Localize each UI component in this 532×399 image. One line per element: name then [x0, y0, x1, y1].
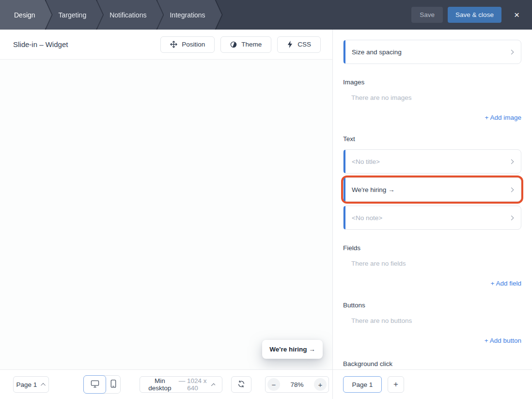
position-button-label: Position — [182, 41, 205, 48]
blue-accent-bar — [344, 206, 345, 229]
tab-notifications[interactable]: Notifications — [97, 0, 163, 30]
page-1-button[interactable]: Page 1 — [343, 376, 382, 393]
tab-targeting[interactable]: Targeting — [46, 0, 103, 30]
theme-button[interactable]: Theme — [220, 36, 271, 53]
widget-editor-app: Design Targeting Notifications Integrati… — [0, 0, 532, 399]
blue-accent-bar — [344, 178, 345, 201]
move-icon — [170, 41, 177, 48]
add-field-link[interactable]: + Add field — [343, 280, 521, 287]
close-icon[interactable]: × — [510, 8, 523, 21]
mobile-icon — [110, 380, 116, 389]
page-selector-dropdown[interactable]: Page 1 — [13, 376, 49, 393]
widget-preview-pill[interactable]: We're hiring → — [262, 340, 323, 359]
text-item-title-card[interactable]: <No title> — [343, 149, 521, 174]
bottom-toolbar: Page 1 — [0, 369, 532, 399]
chevron-right-icon — [509, 49, 514, 54]
css-button[interactable]: CSS — [277, 36, 321, 53]
navbar-actions: Save Save & close × — [411, 0, 532, 30]
zoom-out-button[interactable]: − — [267, 378, 280, 391]
text-item-label: <No note> — [352, 214, 382, 222]
viewport-dimensions: — 1024 x 640 — [178, 377, 208, 392]
panel-divider — [332, 30, 333, 399]
text-item-note-card[interactable]: <No note> — [343, 206, 521, 230]
settings-sidebar: Size and spacing Images There are no ima… — [333, 30, 532, 369]
fields-section-label: Fields — [343, 244, 521, 252]
rotate-icon — [237, 380, 245, 389]
tab-design[interactable]: Design — [0, 0, 52, 30]
blue-accent-bar — [344, 150, 345, 173]
lightning-icon — [287, 41, 293, 48]
chevron-right-icon — [509, 159, 514, 164]
caret-up-icon — [211, 383, 215, 387]
rotate-preview-button[interactable] — [231, 376, 251, 393]
text-section-label: Text — [343, 135, 521, 143]
text-section: Text <No title> We're hiring → <No note> — [343, 135, 521, 230]
add-image-link[interactable]: + Add image — [343, 114, 521, 121]
zoom-level: 78% — [290, 381, 303, 388]
viewport-name: Min desktop — [147, 377, 173, 392]
add-page-button[interactable]: + — [388, 376, 404, 393]
background-click-section: Background click Open URL – / × + Add ac… — [343, 360, 521, 369]
mobile-view-button[interactable] — [106, 376, 120, 393]
step-tabs: Design Targeting Notifications Integrati… — [0, 0, 411, 30]
canvas-header-actions: Position Theme — [160, 36, 321, 53]
zoom-in-button[interactable]: + — [314, 378, 327, 391]
buttons-section: Buttons There are no buttons + Add butto… — [343, 302, 521, 344]
theme-button-label: Theme — [241, 41, 262, 48]
add-button-link[interactable]: + Add button — [343, 337, 521, 344]
images-section-label: Images — [343, 79, 521, 86]
zoom-control: − 78% + — [265, 376, 329, 393]
text-item-label: We're hiring → — [352, 186, 395, 193]
images-empty-note: There are no images — [343, 94, 521, 101]
save-button[interactable]: Save — [411, 7, 443, 23]
desktop-view-button[interactable] — [83, 375, 106, 394]
size-and-spacing-card[interactable]: Size and spacing — [343, 40, 521, 64]
position-button[interactable]: Position — [160, 36, 215, 53]
desktop-icon — [91, 380, 99, 389]
contrast-icon — [230, 41, 237, 48]
viewport-size-dropdown[interactable]: Min desktop — 1024 x 640 — [140, 376, 222, 393]
size-and-spacing-label: Size and spacing — [352, 48, 402, 56]
fields-section: Fields There are no fields + Add field — [343, 244, 521, 287]
chevron-right-icon — [509, 187, 514, 192]
page-tabs: Page 1 + — [343, 376, 404, 393]
buttons-empty-note: There are no buttons — [343, 317, 521, 324]
chevron-right-icon — [509, 215, 514, 220]
fields-empty-note: There are no fields — [343, 260, 521, 267]
page-selector-label: Page 1 — [16, 381, 37, 388]
buttons-section-label: Buttons — [343, 302, 521, 309]
canvas-header: Slide-in – Widget Position — [0, 30, 332, 60]
editor-left-pane: Slide-in – Widget Position — [0, 30, 332, 369]
top-navbar: Design Targeting Notifications Integrati… — [0, 0, 532, 30]
device-toggle-group — [83, 375, 121, 394]
caret-up-icon — [41, 383, 46, 387]
text-item-label: <No title> — [352, 158, 380, 165]
page-title: Slide-in – Widget — [13, 40, 68, 48]
css-button-label: CSS — [297, 41, 311, 48]
blue-accent-bar — [344, 40, 345, 64]
background-click-label: Background click — [343, 360, 521, 367]
save-and-close-button[interactable]: Save & close — [448, 7, 501, 23]
tab-integrations[interactable]: Integrations — [157, 0, 221, 30]
text-item-selected-card[interactable]: We're hiring → — [343, 177, 521, 202]
preview-canvas: We're hiring → — [0, 60, 332, 369]
images-section: Images There are no images + Add image — [343, 79, 521, 121]
